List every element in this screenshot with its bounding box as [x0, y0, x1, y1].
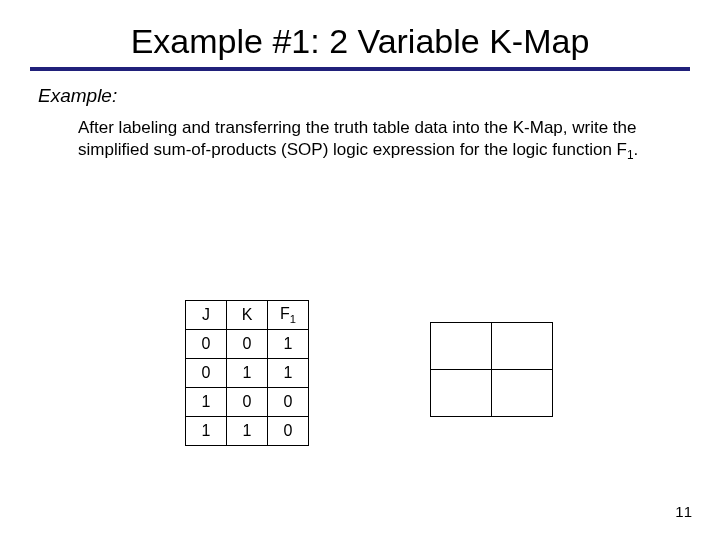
cell: 0 — [227, 388, 268, 417]
cell: 0 — [186, 330, 227, 359]
truth-table-header-f1: F1 — [268, 301, 309, 330]
kmap-row — [431, 370, 553, 417]
table-row: 0 0 1 — [186, 330, 309, 359]
cell: 1 — [186, 417, 227, 446]
f-label: F — [280, 305, 290, 322]
truth-table-header-j: J — [186, 301, 227, 330]
page-number: 11 — [675, 503, 692, 520]
f-sub: 1 — [290, 313, 296, 325]
cell: 1 — [186, 388, 227, 417]
title-underline — [30, 67, 690, 71]
kmap-cell — [492, 370, 553, 417]
slide-title: Example #1: 2 Variable K-Map — [0, 0, 720, 67]
cell: 0 — [227, 330, 268, 359]
kmap-grid — [430, 322, 553, 417]
cell: 1 — [227, 359, 268, 388]
table-row: 1 1 0 — [186, 417, 309, 446]
body-text-sub: 1 — [627, 148, 634, 162]
table-row: 1 0 0 — [186, 388, 309, 417]
body-text: After labeling and transferring the trut… — [78, 117, 660, 163]
kmap-cell — [431, 323, 492, 370]
truth-table: J K F1 0 0 1 0 1 1 1 0 0 1 1 0 — [185, 300, 309, 446]
table-row: J K F1 — [186, 301, 309, 330]
kmap-cell — [492, 323, 553, 370]
cell: 1 — [268, 359, 309, 388]
cell: 1 — [227, 417, 268, 446]
example-label: Example: — [38, 85, 720, 107]
kmap-cell — [431, 370, 492, 417]
kmap-row — [431, 323, 553, 370]
truth-table-header-k: K — [227, 301, 268, 330]
table-row: 0 1 1 — [186, 359, 309, 388]
body-text-post: . — [634, 140, 639, 159]
cell: 0 — [268, 388, 309, 417]
slide: Example #1: 2 Variable K-Map Example: Af… — [0, 0, 720, 540]
cell: 1 — [268, 330, 309, 359]
cell: 0 — [186, 359, 227, 388]
cell: 0 — [268, 417, 309, 446]
body-text-pre: After labeling and transferring the trut… — [78, 118, 637, 159]
